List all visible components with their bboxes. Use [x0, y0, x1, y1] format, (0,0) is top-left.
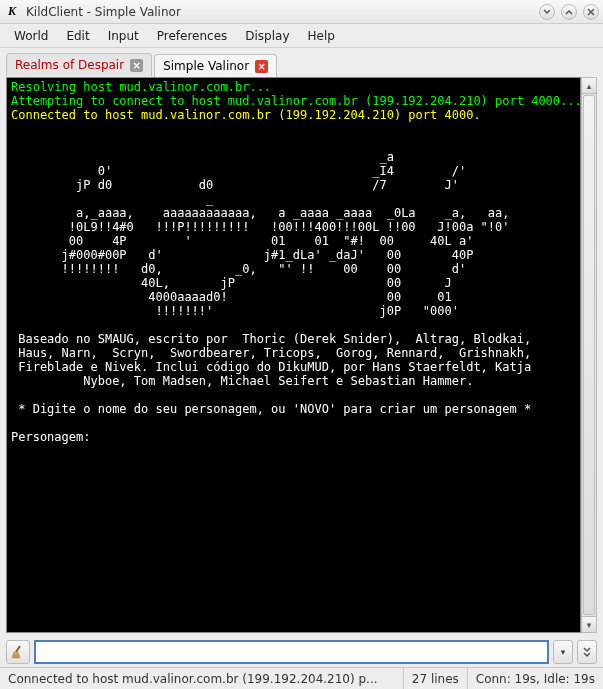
- maximize-button[interactable]: [561, 4, 577, 20]
- app-icon: K: [4, 4, 20, 20]
- titlebar: K KildClient - Simple Valinor: [0, 0, 603, 24]
- history-dropdown-button[interactable]: ▾: [553, 640, 573, 664]
- status-connection: Connected to host mud.valinor.com.br (19…: [0, 668, 404, 689]
- terminal-line: [11, 122, 576, 136]
- tabbar: Realms of Despair × Simple Valinor ×: [0, 48, 603, 76]
- scroll-up-button[interactable]: ▴: [582, 78, 596, 94]
- close-window-button[interactable]: [583, 4, 599, 20]
- terminal-line: _: [11, 192, 576, 206]
- terminal-line: Connected to host mud.valinor.com.br (19…: [11, 108, 576, 122]
- terminal-line: 40L, jP 00 J: [11, 276, 576, 290]
- menu-input[interactable]: Input: [100, 27, 147, 45]
- chevron-down-icon: [582, 646, 592, 658]
- input-row: ▾: [0, 637, 603, 667]
- terminal-line: Baseado no SMAUG, escrito por Thoric (De…: [11, 332, 576, 346]
- tab-simple-valinor[interactable]: Simple Valinor ×: [154, 54, 277, 77]
- menu-preferences[interactable]: Preferences: [149, 27, 236, 45]
- terminal-line: a,_aaaa, aaaaaaaaaaaa, a _aaaa _aaaa _0L…: [11, 206, 576, 220]
- terminal-line: * Digite o nome do seu personagem, ou 'N…: [11, 402, 576, 416]
- tab-close-button[interactable]: ×: [255, 60, 268, 73]
- terminal-line: !0L9!!4#0 !!!P!!!!!!!!! !00!!!400!!!00L …: [11, 220, 576, 234]
- send-button[interactable]: [577, 640, 597, 664]
- broom-icon: [11, 645, 25, 659]
- svg-line-2: [16, 646, 20, 652]
- tab-label: Simple Valinor: [163, 59, 249, 73]
- terminal-line: Fireblade e Nivek. Inclui código do Diku…: [11, 360, 576, 374]
- terminal-line: [11, 416, 576, 430]
- terminal-output: Resolving host mud.valinor.com.br...Atte…: [6, 77, 581, 633]
- terminal-line: !!!!!!!! d0, _0, "' !! 00 00 d': [11, 262, 576, 276]
- tab-close-button[interactable]: ×: [130, 59, 143, 72]
- statusbar: Connected to host mud.valinor.com.br (19…: [0, 667, 603, 689]
- terminal-line: 0' _I4 /': [11, 164, 576, 178]
- terminal-line: 4000aaaad0! 00 01: [11, 290, 576, 304]
- terminal-line: Nyboe, Tom Madsen, Michael Seifert e Seb…: [11, 374, 576, 388]
- scroll-thumb[interactable]: [583, 95, 595, 615]
- tab-realms-of-despair[interactable]: Realms of Despair ×: [6, 53, 152, 76]
- menu-help[interactable]: Help: [300, 27, 343, 45]
- menu-display[interactable]: Display: [237, 27, 297, 45]
- terminal-line: Attempting to connect to host mud.valino…: [11, 94, 576, 108]
- scroll-down-button[interactable]: ▾: [582, 616, 596, 632]
- maximize-icon: [565, 8, 573, 16]
- terminal-line: Resolving host mud.valinor.com.br...: [11, 80, 576, 94]
- menu-world[interactable]: World: [6, 27, 56, 45]
- terminal-line: [11, 388, 576, 402]
- tab-label: Realms of Despair: [15, 58, 124, 72]
- terminal-area: Resolving host mud.valinor.com.br...Atte…: [0, 76, 603, 637]
- terminal-line: jP d0 d0 /7 J': [11, 178, 576, 192]
- minimize-button[interactable]: [539, 4, 555, 20]
- terminal-line: _a: [11, 150, 576, 164]
- menu-edit[interactable]: Edit: [58, 27, 97, 45]
- terminal-line: [11, 318, 576, 332]
- close-icon: [587, 8, 595, 16]
- terminal-line: 00 4P ' 01 01 "#! 00 40L a': [11, 234, 576, 248]
- terminal-line: Personagem:: [11, 430, 576, 444]
- terminal-line: [11, 136, 576, 150]
- terminal-line: !!!!!!!' j0P "000': [11, 304, 576, 318]
- terminal-line: j#000#00P d' j#1_dLa' _daJ' 00 40P: [11, 248, 576, 262]
- menubar: World Edit Input Preferences Display Hel…: [0, 24, 603, 48]
- command-input[interactable]: [34, 640, 549, 664]
- status-timers: Conn: 19s, Idle: 19s: [468, 668, 603, 689]
- status-lines: 27 lines: [404, 668, 468, 689]
- window-title: KildClient - Simple Valinor: [26, 5, 533, 19]
- clear-input-button[interactable]: [6, 640, 30, 664]
- minimize-icon: [543, 8, 551, 16]
- terminal-line: Haus, Narn, Scryn, Swordbearer, Tricops,…: [11, 346, 576, 360]
- scroll-track[interactable]: [582, 94, 596, 616]
- terminal-scrollbar[interactable]: ▴ ▾: [581, 77, 597, 633]
